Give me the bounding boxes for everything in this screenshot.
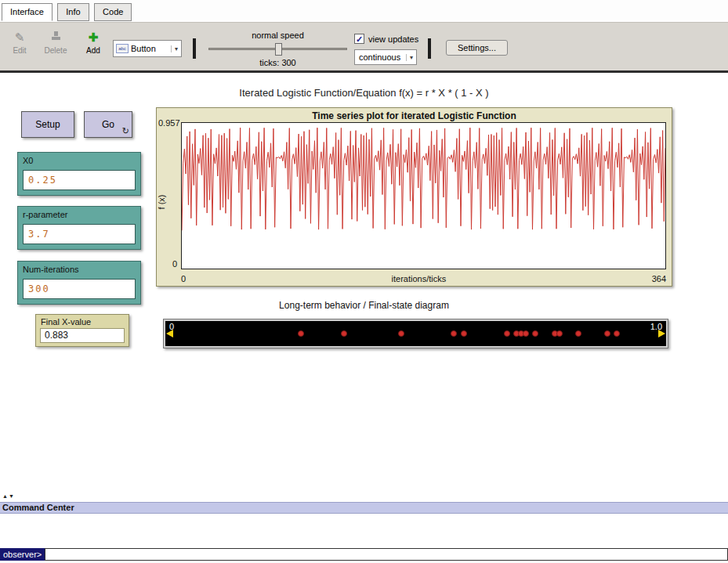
- button-widget-icon: abc: [116, 44, 129, 53]
- attractor-dots: [176, 321, 655, 346]
- command-center-header[interactable]: Command Center: [0, 502, 728, 514]
- speed-slider-group: normal speed ticks: 300: [205, 27, 350, 69]
- delete-label: Delete: [41, 46, 71, 55]
- stamp-icon: [41, 31, 71, 45]
- final-state-view: 0 1.0: [163, 319, 668, 348]
- input-num-iterations-field[interactable]: 300: [23, 279, 136, 299]
- go-button[interactable]: Go ↻: [84, 111, 132, 138]
- tab-bar: Interface Info Code: [0, 0, 728, 22]
- toolbar-separator: [428, 38, 431, 59]
- view-updates-row: ✓ view updates: [354, 34, 418, 44]
- left-arrow-icon: [166, 330, 173, 337]
- attractor-dot: [504, 330, 510, 337]
- plot-y-max: 0.957: [158, 118, 180, 128]
- toolbar-divider: [0, 70, 728, 73]
- final-x-monitor-label: Final X-value: [36, 315, 129, 327]
- final-x-monitor: Final X-value 0.883: [35, 314, 129, 347]
- tab-info[interactable]: Info: [57, 3, 89, 21]
- pencil-icon: ✎: [8, 31, 31, 45]
- speed-label: normal speed: [252, 31, 304, 40]
- add-button[interactable]: ✚ Add: [81, 31, 105, 55]
- input-x0-label: X0: [18, 153, 140, 167]
- right-arrow-icon: [658, 330, 665, 337]
- speed-slider-handle[interactable]: [275, 43, 282, 56]
- chevron-down-icon: ▾: [171, 45, 181, 52]
- plot-title: Time series plot for iterated Logistic F…: [157, 110, 672, 121]
- add-label: Add: [81, 46, 105, 55]
- settings-button[interactable]: Settings...: [446, 40, 508, 56]
- input-num-iterations-label: Num-iterations: [18, 262, 140, 276]
- tab-code[interactable]: Code: [94, 3, 132, 21]
- final-state-canvas: 0 1.0: [165, 321, 666, 346]
- attractor-dot: [532, 330, 538, 337]
- update-mode-dropdown[interactable]: continuous ▾: [354, 49, 417, 65]
- plot-y-axis-label: f (x): [157, 186, 166, 218]
- input-r-parameter: r-parameter 3.7: [17, 206, 141, 250]
- attractor-dot: [341, 330, 347, 337]
- plot-x-axis-label: iterations/ticks: [392, 274, 447, 283]
- plot-y-min: 0: [172, 259, 177, 269]
- chevron-down-icon: ▾: [406, 54, 416, 61]
- attractor-dot: [298, 330, 304, 337]
- attractor-dot: [556, 330, 563, 337]
- command-center-output: [0, 514, 728, 547]
- attractor-dot: [604, 330, 610, 337]
- observer-prompt: observer>: [0, 548, 45, 561]
- input-r-parameter-label: r-parameter: [18, 207, 140, 221]
- attractor-dot: [575, 330, 581, 337]
- input-r-parameter-field[interactable]: 3.7: [23, 224, 136, 244]
- edit-label: Edit: [8, 46, 31, 55]
- attractor-dot: [451, 330, 457, 337]
- plot-x-min: 0: [181, 274, 186, 283]
- edit-button[interactable]: ✎ Edit: [8, 31, 31, 55]
- ticks-counter: ticks: 300: [259, 58, 295, 67]
- netlogo-window: Interface Info Code ✎ Edit Delete ✚ Add …: [0, 0, 728, 563]
- speed-slider[interactable]: [208, 48, 347, 50]
- forever-icon: ↻: [122, 126, 129, 136]
- attractor-dot: [523, 330, 529, 337]
- delete-button[interactable]: Delete: [41, 31, 71, 55]
- input-num-iterations: Num-iterations 300: [17, 261, 141, 305]
- observer-row: observer>: [0, 548, 728, 561]
- command-input[interactable]: [45, 548, 728, 561]
- toolbar-separator: [193, 38, 196, 59]
- setup-button[interactable]: Setup: [21, 111, 74, 138]
- update-mode-value: continuous: [359, 52, 400, 62]
- attractor-dot: [398, 330, 404, 337]
- input-x0-field[interactable]: 0.25: [23, 170, 136, 190]
- setup-button-label: Setup: [22, 119, 74, 130]
- time-series-plot: Time series plot for iterated Logistic F…: [156, 107, 672, 287]
- final-state-title: Long-term behavior / Final-state diagram: [0, 300, 728, 311]
- plot-x-axis: 0 iterations/ticks 364: [181, 274, 666, 283]
- attractor-dot: [461, 330, 467, 337]
- splitter-arrows-icon[interactable]: ▲▼: [2, 493, 15, 499]
- widget-type-dropdown[interactable]: abc Button ▾: [113, 40, 182, 57]
- plus-icon: ✚: [81, 31, 105, 45]
- plot-x-max: 364: [652, 274, 666, 283]
- tab-interface[interactable]: Interface: [2, 3, 53, 21]
- attractor-dot: [614, 330, 620, 337]
- view-updates-label: view updates: [368, 34, 418, 44]
- widget-type-value: Button: [131, 44, 156, 53]
- model-title: Iterated Logistic Function/Equation f(x)…: [0, 87, 728, 99]
- view-updates-checkbox[interactable]: ✓: [354, 34, 364, 44]
- plot-canvas: [181, 122, 666, 269]
- final-x-monitor-value: 0.883: [40, 328, 125, 343]
- input-x0: X0 0.25: [17, 152, 141, 196]
- toolbar: ✎ Edit Delete ✚ Add abc Button ▾ normal …: [0, 22, 728, 70]
